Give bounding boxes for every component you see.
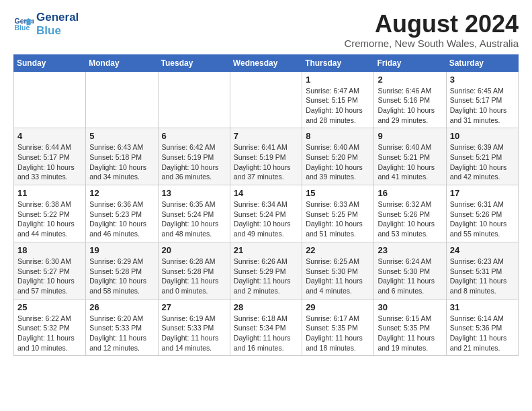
header-sunday: Sunday — [14, 54, 86, 71]
day-number: 12 — [89, 188, 154, 198]
day-detail: Sunrise: 6:31 AMSunset: 5:26 PMDaylight:… — [450, 199, 515, 239]
calendar-cell — [158, 71, 230, 128]
calendar-cell: 9Sunrise: 6:40 AMSunset: 5:21 PMDaylight… — [374, 128, 446, 185]
calendar-cell: 8Sunrise: 6:40 AMSunset: 5:20 PMDaylight… — [302, 128, 374, 185]
day-detail: Sunrise: 6:41 AMSunset: 5:19 PMDaylight:… — [234, 142, 298, 182]
day-detail: Sunrise: 6:30 AMSunset: 5:27 PMDaylight:… — [17, 257, 82, 296]
calendar-cell: 28Sunrise: 6:18 AMSunset: 5:34 PMDayligh… — [230, 299, 302, 356]
day-detail: Sunrise: 6:28 AMSunset: 5:28 PMDaylight:… — [162, 257, 226, 296]
day-number: 5 — [89, 131, 154, 141]
day-detail: Sunrise: 6:44 AMSunset: 5:17 PMDaylight:… — [17, 142, 82, 182]
calendar-cell: 29Sunrise: 6:17 AMSunset: 5:35 PMDayligh… — [302, 299, 374, 356]
day-detail: Sunrise: 6:22 AMSunset: 5:32 PMDaylight:… — [17, 314, 82, 353]
calendar-week-4: 18Sunrise: 6:30 AMSunset: 5:27 PMDayligh… — [14, 242, 519, 299]
day-number: 18 — [17, 245, 82, 255]
day-detail: Sunrise: 6:40 AMSunset: 5:20 PMDaylight:… — [306, 142, 370, 182]
day-number: 3 — [450, 75, 515, 85]
calendar-cell — [14, 71, 86, 128]
header: General Blue General Blue August 2024 Cr… — [13, 11, 519, 49]
calendar-cell: 30Sunrise: 6:15 AMSunset: 5:35 PMDayligh… — [374, 299, 446, 356]
calendar-cell: 4Sunrise: 6:44 AMSunset: 5:17 PMDaylight… — [14, 128, 86, 185]
day-number: 17 — [450, 188, 515, 198]
day-detail: Sunrise: 6:40 AMSunset: 5:21 PMDaylight:… — [378, 142, 442, 182]
day-detail: Sunrise: 6:32 AMSunset: 5:26 PMDaylight:… — [378, 199, 442, 239]
calendar-cell: 19Sunrise: 6:29 AMSunset: 5:28 PMDayligh… — [86, 242, 158, 299]
day-number: 16 — [378, 188, 442, 198]
day-detail: Sunrise: 6:34 AMSunset: 5:24 PMDaylight:… — [234, 199, 298, 239]
day-number: 24 — [450, 245, 515, 255]
day-number: 29 — [306, 302, 370, 312]
day-number: 6 — [162, 131, 226, 141]
calendar-cell: 16Sunrise: 6:32 AMSunset: 5:26 PMDayligh… — [374, 185, 446, 242]
day-number: 1 — [306, 75, 370, 85]
day-detail: Sunrise: 6:14 AMSunset: 5:36 PMDaylight:… — [450, 314, 515, 353]
calendar-cell: 7Sunrise: 6:41 AMSunset: 5:19 PMDaylight… — [230, 128, 302, 185]
day-number: 28 — [234, 302, 298, 312]
calendar-cell — [86, 71, 158, 128]
day-detail: Sunrise: 6:15 AMSunset: 5:35 PMDaylight:… — [378, 314, 442, 353]
calendar-cell: 23Sunrise: 6:24 AMSunset: 5:30 PMDayligh… — [374, 242, 446, 299]
day-detail: Sunrise: 6:46 AMSunset: 5:16 PMDaylight:… — [378, 86, 442, 126]
day-number: 20 — [162, 245, 226, 255]
day-number: 4 — [17, 131, 82, 141]
calendar-cell: 2Sunrise: 6:46 AMSunset: 5:16 PMDaylight… — [374, 71, 446, 128]
day-number: 22 — [306, 245, 370, 255]
day-number: 8 — [306, 131, 370, 141]
day-detail: Sunrise: 6:29 AMSunset: 5:28 PMDaylight:… — [89, 257, 154, 296]
day-number: 25 — [17, 302, 82, 312]
calendar-week-5: 25Sunrise: 6:22 AMSunset: 5:32 PMDayligh… — [14, 299, 519, 356]
day-number: 11 — [17, 188, 82, 198]
calendar-cell: 17Sunrise: 6:31 AMSunset: 5:26 PMDayligh… — [446, 185, 518, 242]
header-monday: Monday — [86, 54, 158, 71]
day-detail: Sunrise: 6:39 AMSunset: 5:21 PMDaylight:… — [450, 142, 515, 182]
day-detail: Sunrise: 6:20 AMSunset: 5:33 PMDaylight:… — [89, 314, 154, 353]
calendar-week-2: 4Sunrise: 6:44 AMSunset: 5:17 PMDaylight… — [14, 128, 519, 185]
calendar-cell: 15Sunrise: 6:33 AMSunset: 5:25 PMDayligh… — [302, 185, 374, 242]
header-tuesday: Tuesday — [158, 54, 230, 71]
calendar-cell: 1Sunrise: 6:47 AMSunset: 5:15 PMDaylight… — [302, 71, 374, 128]
calendar-cell: 21Sunrise: 6:26 AMSunset: 5:29 PMDayligh… — [230, 242, 302, 299]
day-number: 26 — [89, 302, 154, 312]
calendar-cell: 11Sunrise: 6:38 AMSunset: 5:22 PMDayligh… — [14, 185, 86, 242]
day-detail: Sunrise: 6:26 AMSunset: 5:29 PMDaylight:… — [234, 257, 298, 296]
day-detail: Sunrise: 6:17 AMSunset: 5:35 PMDaylight:… — [306, 314, 370, 353]
calendar-week-3: 11Sunrise: 6:38 AMSunset: 5:22 PMDayligh… — [14, 185, 519, 242]
month-title: August 2024 — [344, 11, 519, 38]
calendar-cell: 10Sunrise: 6:39 AMSunset: 5:21 PMDayligh… — [446, 128, 518, 185]
day-number: 2 — [378, 75, 442, 85]
calendar-header-row: SundayMondayTuesdayWednesdayThursdayFrid… — [14, 54, 519, 71]
calendar-cell: 13Sunrise: 6:35 AMSunset: 5:24 PMDayligh… — [158, 185, 230, 242]
day-detail: Sunrise: 6:18 AMSunset: 5:34 PMDaylight:… — [234, 314, 298, 353]
day-detail: Sunrise: 6:36 AMSunset: 5:23 PMDaylight:… — [89, 199, 154, 239]
calendar-cell: 5Sunrise: 6:43 AMSunset: 5:18 PMDaylight… — [86, 128, 158, 185]
logo-line2: Blue — [36, 24, 79, 38]
day-number: 19 — [89, 245, 154, 255]
calendar-cell: 6Sunrise: 6:42 AMSunset: 5:19 PMDaylight… — [158, 128, 230, 185]
logo: General Blue General Blue — [13, 11, 79, 37]
day-number: 23 — [378, 245, 442, 255]
logo-line1: General — [36, 11, 79, 24]
calendar-cell: 18Sunrise: 6:30 AMSunset: 5:27 PMDayligh… — [14, 242, 86, 299]
calendar-cell: 25Sunrise: 6:22 AMSunset: 5:32 PMDayligh… — [14, 299, 86, 356]
day-detail: Sunrise: 6:24 AMSunset: 5:30 PMDaylight:… — [378, 257, 442, 296]
day-detail: Sunrise: 6:23 AMSunset: 5:31 PMDaylight:… — [450, 257, 515, 296]
calendar-cell — [230, 71, 302, 128]
day-detail: Sunrise: 6:25 AMSunset: 5:30 PMDaylight:… — [306, 257, 370, 296]
calendar-cell: 12Sunrise: 6:36 AMSunset: 5:23 PMDayligh… — [86, 185, 158, 242]
day-detail: Sunrise: 6:19 AMSunset: 5:33 PMDaylight:… — [162, 314, 226, 353]
header-friday: Friday — [374, 54, 446, 71]
header-wednesday: Wednesday — [230, 54, 302, 71]
day-number: 10 — [450, 131, 515, 141]
calendar-cell: 31Sunrise: 6:14 AMSunset: 5:36 PMDayligh… — [446, 299, 518, 356]
day-detail: Sunrise: 6:42 AMSunset: 5:19 PMDaylight:… — [162, 142, 226, 182]
day-number: 7 — [234, 131, 298, 141]
day-detail: Sunrise: 6:47 AMSunset: 5:15 PMDaylight:… — [306, 86, 370, 126]
day-number: 27 — [162, 302, 226, 312]
logo-icon: General Blue — [13, 14, 34, 34]
header-thursday: Thursday — [302, 54, 374, 71]
calendar-cell: 26Sunrise: 6:20 AMSunset: 5:33 PMDayligh… — [86, 299, 158, 356]
calendar-table: SundayMondayTuesdayWednesdayThursdayFrid… — [13, 54, 519, 357]
day-number: 13 — [162, 188, 226, 198]
day-number: 14 — [234, 188, 298, 198]
day-detail: Sunrise: 6:38 AMSunset: 5:22 PMDaylight:… — [17, 199, 82, 239]
